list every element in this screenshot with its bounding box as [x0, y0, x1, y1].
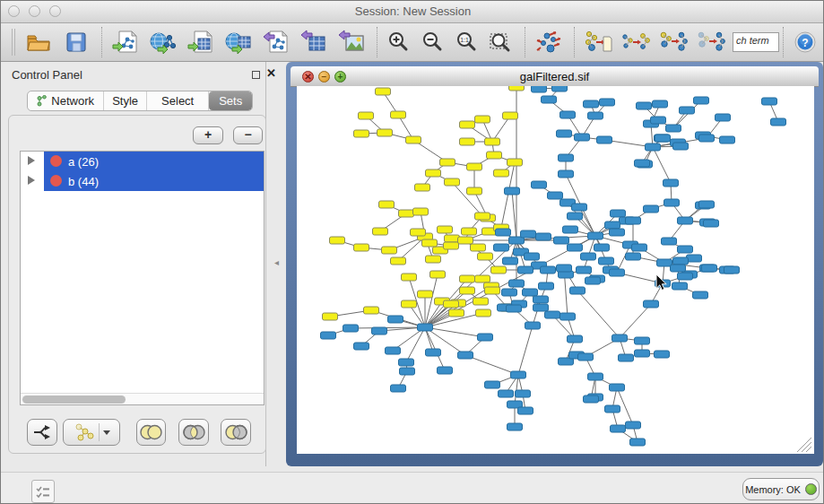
graph-node[interactable]: [762, 98, 777, 105]
graph-node[interactable]: [619, 354, 634, 361]
graph-node[interactable]: [354, 343, 369, 350]
graph-node[interactable]: [557, 130, 572, 137]
graph-node[interactable]: [507, 423, 523, 430]
toolbar-drag-handle[interactable]: [12, 29, 15, 56]
open-session-button[interactable]: [22, 26, 55, 58]
memory-status-button[interactable]: Memory: OK: [742, 478, 820, 500]
create-set-combo-button[interactable]: [63, 419, 120, 446]
graph-node[interactable]: [599, 257, 614, 265]
graph-node[interactable]: [475, 275, 490, 282]
graph-node[interactable]: [467, 187, 482, 195]
graph-node[interactable]: [518, 407, 533, 414]
graph-node[interactable]: [359, 112, 374, 119]
remove-set-button[interactable]: −: [233, 126, 263, 144]
graph-node[interactable]: [449, 309, 464, 317]
graph-node[interactable]: [518, 266, 533, 274]
graph-node[interactable]: [672, 282, 688, 290]
graph-node[interactable]: [321, 332, 336, 339]
graph-node[interactable]: [584, 395, 599, 403]
graph-node[interactable]: [502, 289, 517, 296]
graph-node[interactable]: [444, 242, 459, 249]
expander-icon[interactable]: [28, 176, 35, 185]
tab-network[interactable]: Network: [28, 91, 104, 110]
graph-node[interactable]: [379, 201, 395, 208]
graph-node[interactable]: [402, 300, 417, 308]
set-union-button[interactable]: [136, 419, 166, 446]
graph-node[interactable]: [462, 228, 477, 235]
graph-node[interactable]: [664, 179, 679, 187]
graph-node[interactable]: [391, 385, 406, 392]
graph-node[interactable]: [460, 275, 475, 282]
graph-node[interactable]: [588, 112, 603, 119]
graph-node[interactable]: [372, 327, 387, 335]
graph-node[interactable]: [568, 335, 583, 343]
graph-node[interactable]: [651, 117, 666, 124]
graph-node[interactable]: [635, 337, 650, 344]
graph-node[interactable]: [541, 266, 556, 274]
graph-node[interactable]: [505, 187, 520, 195]
graph-node[interactable]: [532, 86, 547, 92]
graph-node[interactable]: [503, 257, 518, 265]
graph-node[interactable]: [635, 160, 650, 167]
graph-node[interactable]: [438, 367, 453, 374]
graph-node[interactable]: [444, 300, 459, 308]
graph-node[interactable]: [399, 210, 414, 217]
graph-node[interactable]: [382, 247, 397, 254]
import-table-file-button[interactable]: [185, 26, 217, 58]
graph-node[interactable]: [594, 244, 610, 251]
graph-node[interactable]: [406, 136, 421, 143]
add-set-button[interactable]: +: [193, 126, 223, 144]
graph-node[interactable]: [632, 244, 647, 251]
graph-node[interactable]: [635, 350, 650, 357]
graph-node[interactable]: [610, 229, 625, 236]
graph-node[interactable]: [475, 116, 490, 123]
save-session-button[interactable]: [60, 26, 92, 58]
graph-node[interactable]: [588, 373, 603, 380]
graph-node[interactable]: [644, 300, 659, 308]
graph-node[interactable]: [400, 368, 415, 375]
graph-node[interactable]: [496, 229, 511, 236]
graph-node[interactable]: [610, 384, 625, 391]
graph-node[interactable]: [678, 273, 693, 280]
graph-node[interactable]: [542, 96, 557, 103]
apply-layout-button[interactable]: [533, 26, 565, 58]
graph-node[interactable]: [391, 257, 406, 265]
graph-node[interactable]: [671, 265, 686, 272]
graph-node[interactable]: [568, 213, 583, 220]
graph-node[interactable]: [511, 371, 526, 378]
graph-node[interactable]: [626, 253, 641, 260]
graph-node[interactable]: [578, 353, 594, 361]
graph-node[interactable]: [471, 244, 486, 251]
graph-node[interactable]: [545, 311, 560, 318]
graph-node[interactable]: [581, 253, 596, 260]
graph-node[interactable]: [687, 255, 702, 262]
network-canvas[interactable]: [297, 86, 814, 454]
graph-node[interactable]: [588, 232, 603, 239]
graph-node[interactable]: [611, 210, 626, 217]
graph-node[interactable]: [533, 296, 549, 303]
graph-node[interactable]: [485, 381, 500, 388]
import-table-web-button[interactable]: [222, 26, 255, 58]
graph-node[interactable]: [575, 134, 590, 141]
graph-node[interactable]: [399, 359, 414, 366]
graph-node[interactable]: [458, 237, 473, 244]
graph-node[interactable]: [440, 159, 455, 166]
graph-node[interactable]: [610, 269, 625, 276]
graph-node[interactable]: [612, 335, 628, 342]
task-history-button[interactable]: [31, 480, 55, 503]
graph-node[interactable]: [771, 118, 786, 126]
graph-node[interactable]: [323, 313, 338, 320]
graph-node[interactable]: [600, 99, 615, 106]
graph-node[interactable]: [559, 154, 574, 161]
graph-node[interactable]: [653, 100, 668, 108]
graph-node[interactable]: [536, 233, 551, 240]
graph-node[interactable]: [572, 204, 587, 211]
graph-node[interactable]: [426, 349, 441, 356]
extract-set-button[interactable]: [695, 26, 727, 58]
graph-node[interactable]: [354, 130, 369, 137]
graph-node[interactable]: [702, 265, 717, 272]
graph-node[interactable]: [657, 259, 672, 266]
graph-node[interactable]: [525, 322, 541, 329]
graph-node[interactable]: [720, 136, 735, 143]
close-panel-icon[interactable]: ✕: [266, 66, 276, 80]
